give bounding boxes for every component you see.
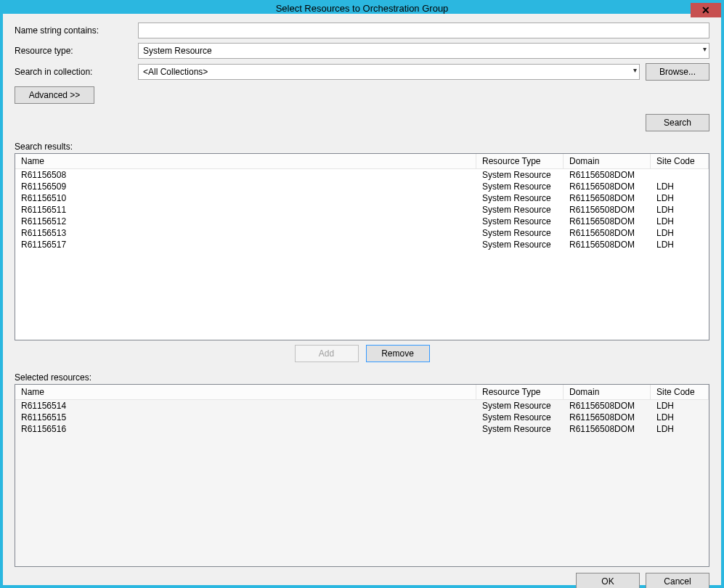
table-row[interactable]: R61156517System ResourceR61156508DOMLDH (15, 239, 709, 250)
cell: LDH (651, 227, 709, 239)
table-row[interactable]: R61156509System ResourceR61156508DOMLDH (15, 181, 709, 192)
cell: R61156509 (15, 181, 476, 192)
collection-label: Search in collection: (15, 67, 138, 77)
cell: R61156508DOM (564, 181, 651, 192)
table-row[interactable]: R61156511System ResourceR61156508DOMLDH (15, 204, 709, 216)
selected-resources-label: Selected resources: (15, 372, 709, 383)
cell: R61156508DOM (564, 216, 651, 227)
add-button[interactable]: Add (295, 345, 359, 362)
resource-type-label: Resource type: (15, 46, 138, 56)
col-name[interactable]: Name (15, 154, 476, 168)
cell: R61156515 (15, 412, 476, 423)
table-row[interactable]: R61156516System ResourceR61156508DOMLDH (15, 423, 709, 435)
cell: System Resource (476, 181, 564, 192)
selected-header: Name Resource Type Domain Site Code (15, 385, 709, 400)
name-filter-input[interactable] (138, 23, 709, 38)
cell: R61156508DOM (564, 400, 651, 412)
cell: LDH (651, 239, 709, 250)
col-domain[interactable]: Domain (564, 154, 651, 168)
selected-body: R61156514System ResourceR61156508DOMLDHR… (15, 400, 709, 435)
resource-type-select[interactable] (138, 43, 709, 59)
cell: R61156508 (15, 169, 476, 181)
advanced-button[interactable]: Advanced >> (15, 86, 94, 104)
browse-button[interactable]: Browse... (646, 63, 709, 81)
cell: R61156513 (15, 227, 476, 239)
col-name[interactable]: Name (15, 385, 476, 399)
col-site[interactable]: Site Code (651, 385, 709, 399)
cell: System Resource (476, 227, 564, 239)
cell: LDH (651, 216, 709, 227)
cell (651, 169, 709, 181)
remove-button[interactable]: Remove (366, 345, 430, 362)
dialog-content: Name string contains: Resource type: ▾ S… (3, 14, 721, 588)
cell: System Resource (476, 423, 564, 435)
col-type[interactable]: Resource Type (476, 385, 564, 399)
cell: R61156508DOM (564, 204, 651, 216)
selected-resources-list[interactable]: Name Resource Type Domain Site Code R611… (15, 384, 709, 567)
cell: System Resource (476, 204, 564, 216)
cell: R61156516 (15, 423, 476, 435)
cell: R61156508DOM (564, 412, 651, 423)
cell: System Resource (476, 400, 564, 412)
cell: R61156511 (15, 204, 476, 216)
cell: R61156510 (15, 192, 476, 204)
window-title: Select Resources to Orchestration Group (276, 3, 449, 14)
table-row[interactable]: R61156513System ResourceR61156508DOMLDH (15, 227, 709, 239)
cell: R61156508DOM (564, 423, 651, 435)
cell: LDH (651, 204, 709, 216)
col-site[interactable]: Site Code (651, 154, 709, 168)
table-row[interactable]: R61156512System ResourceR61156508DOMLDH (15, 216, 709, 227)
cell: System Resource (476, 239, 564, 250)
table-row[interactable]: R61156508System ResourceR61156508DOM (15, 169, 709, 181)
titlebar: Select Resources to Orchestration Group … (3, 3, 721, 14)
cell: System Resource (476, 169, 564, 181)
dialog-window: Select Resources to Orchestration Group … (0, 0, 724, 588)
cell: System Resource (476, 216, 564, 227)
cell: R61156508DOM (564, 169, 651, 181)
search-results-list[interactable]: Name Resource Type Domain Site Code R611… (15, 153, 709, 340)
cell: R61156508DOM (564, 227, 651, 239)
table-row[interactable]: R61156515System ResourceR61156508DOMLDH (15, 412, 709, 423)
ok-button[interactable]: OK (576, 573, 640, 588)
cell: LDH (651, 400, 709, 412)
cell: LDH (651, 181, 709, 192)
col-type[interactable]: Resource Type (476, 154, 564, 168)
close-icon: ✕ (701, 4, 710, 16)
table-row[interactable]: R61156510System ResourceR61156508DOMLDH (15, 192, 709, 204)
close-button[interactable]: ✕ (691, 3, 721, 17)
cell: R61156508DOM (564, 192, 651, 204)
collection-select[interactable] (138, 64, 640, 80)
cell: System Resource (476, 192, 564, 204)
cell: R61156512 (15, 216, 476, 227)
cell: LDH (651, 412, 709, 423)
cell: R61156508DOM (564, 239, 651, 250)
cell: LDH (651, 423, 709, 435)
table-row[interactable]: R61156514System ResourceR61156508DOMLDH (15, 400, 709, 412)
search-results-label: Search results: (15, 142, 709, 152)
results-header: Name Resource Type Domain Site Code (15, 154, 709, 169)
cell: System Resource (476, 412, 564, 423)
cell: R61156517 (15, 239, 476, 250)
col-domain[interactable]: Domain (564, 385, 651, 399)
cell: LDH (651, 192, 709, 204)
results-body: R61156508System ResourceR61156508DOMR611… (15, 169, 709, 250)
name-filter-label: Name string contains: (15, 25, 138, 36)
cancel-button[interactable]: Cancel (646, 573, 709, 588)
search-button[interactable]: Search (646, 114, 709, 131)
cell: R61156514 (15, 400, 476, 412)
